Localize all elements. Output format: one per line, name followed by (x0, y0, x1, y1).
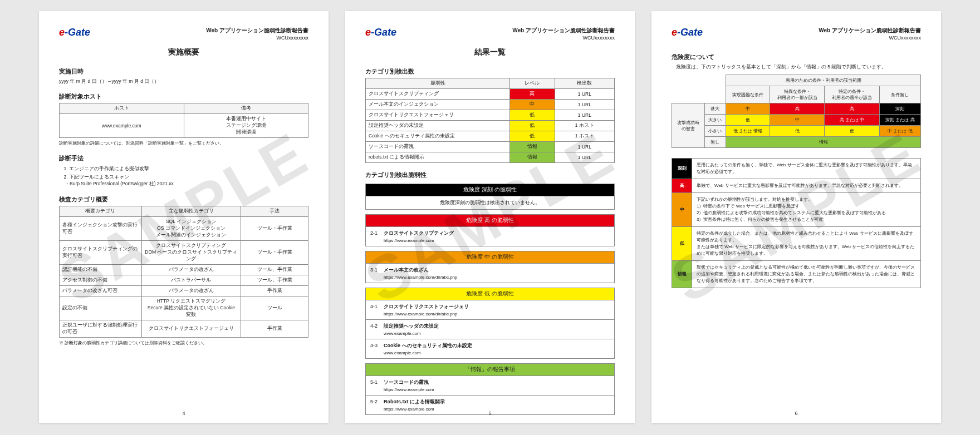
vuln-cell: robots.txt による情報開示 (366, 152, 510, 162)
matrix-cell: 深刻 (879, 103, 920, 115)
list-item: 下記ツールによるスキャン (69, 173, 308, 181)
document-id: WCUxxxxxxxx (819, 34, 921, 42)
target-hosts-heading: 診断対象ホスト (59, 92, 308, 101)
note-cell: 本番運用中サイトステージング環境開発環境 (184, 114, 308, 138)
level-label: 中 (672, 193, 692, 227)
level-cell: 低 (510, 120, 555, 131)
finding-url: www.example.com (384, 331, 610, 336)
table-row: 無し情報 (672, 137, 921, 148)
finding-url: https://www.example.com (384, 238, 610, 243)
level-description: 下記いずれかの脆弱性が該当します。対処を推奨します。1）特定の条件下で Web … (692, 193, 921, 227)
matrix-row-header: 小さい (704, 126, 726, 137)
matrix-cell: 中 (726, 103, 770, 115)
level-label: 低 (672, 227, 692, 261)
severity-block: 危険度 高 の脆弱性2-1クロスサイトスクリプティングhttps://www.e… (365, 214, 615, 246)
matrix-cell: 高 (770, 103, 825, 115)
count-cell: 1 URL (555, 141, 614, 152)
matrix-col-header: 特定の条件・利用者の過半が該当 (825, 86, 880, 103)
cat-c: ツール、手作業 (241, 275, 308, 286)
level-cell: 情報 (510, 141, 555, 152)
table-row: 中下記いずれかの脆弱性が該当します。対処を推奨します。1）特定の条件下で Web… (672, 193, 921, 227)
page-number: 5 (488, 411, 491, 416)
target-hosts-table: ホスト備考 www.example.com本番運用中サイトステージング環境開発環… (59, 103, 308, 138)
matrix-cell: 低 または 情報 (726, 126, 770, 137)
severity-block: 「情報」の報告事項5-1ソースコードの露洩https://www.example… (365, 363, 615, 415)
page-spread: SAMPLE e-Gate Web アプリケーション脆弱性診断報告書 WCUxx… (0, 0, 980, 434)
vuln-cell: クロスサイトスクリプティング (366, 88, 510, 99)
document-id: WCUxxxxxxxx (512, 34, 615, 42)
count-cell: 1 ホスト (555, 131, 614, 141)
section-title: 結果一覧 (365, 47, 615, 57)
document-title: Web アプリケーション脆弱性診断報告書 (819, 27, 921, 34)
findings-heading: カテゴリ別検出脆弱性 (365, 171, 615, 179)
severity-banner: 危険度 深刻 の脆弱性 (365, 184, 615, 196)
finding-title: メール本文の改ざん (384, 267, 429, 273)
finding-row: 5-1ソースコードの露洩https://www.example.com (365, 376, 615, 396)
findings-list: 危険度 深刻 の脆弱性危険度深刻の脆弱性は検出されていません。危険度 高 の脆弱… (365, 184, 615, 415)
risk-level-descriptions: 深刻悪用にあたっての条件も無く、単独で、Web サービス全体に重大な悪影響を及ぼ… (672, 158, 921, 288)
cat-c: ツール・手作業 (241, 217, 308, 241)
category-summary-heading: 検査カテゴリ概要 (59, 195, 308, 204)
matrix-title: 悪用のための条件・利用者の該当範囲 (726, 75, 921, 86)
th-cat-c: 手法 (241, 206, 308, 217)
finding-number: 4-3 (370, 343, 384, 348)
risk-about-heading: 危険度について (672, 53, 921, 61)
finding-title: Robots.txt による情報開示 (384, 399, 445, 404)
vuln-cell: メール本文のインジェクション (366, 99, 510, 110)
th-note: 備考 (184, 103, 308, 114)
page-header: e-Gate Web アプリケーション脆弱性診断報告書 WCUxxxxxxxx (365, 27, 615, 42)
matrix-cell: 高 (825, 103, 880, 115)
method-list: エンジニアの手作業による擬似攻撃下記ツールによるスキャン (59, 165, 308, 181)
matrix-col-header: 条件無し (879, 86, 920, 103)
table-row: パラメータの改ざん可否パラメータの改ざん手作業 (60, 286, 308, 296)
page-number: 4 (182, 411, 185, 416)
finding-url: www.example.com (384, 350, 610, 355)
matrix-cell: 中 (770, 115, 825, 126)
level-cell: 中 (510, 99, 555, 110)
matrix-cell: 中 または 低 (879, 126, 920, 137)
page-number: 6 (795, 411, 797, 416)
doc-title-block: Web アプリケーション脆弱性診断報告書 WCUxxxxxxxx (206, 27, 308, 42)
cat-c: ツール、手作業 (241, 265, 308, 275)
cat-b: SQL インジェクションOS コマンドインジェクションメール関連のインジェクショ… (141, 217, 241, 241)
logo: e-Gate (59, 27, 90, 38)
matrix-col-header: 実現困難な条件 (726, 86, 770, 103)
cat-c: 手作業 (241, 286, 308, 296)
method-tool-list: Burp Suite Professional (PortSwigger 社) … (59, 181, 308, 187)
category-summary-table: 概要カテゴリ 主な脆弱性カテゴリ 手法 各種インジェクション攻撃の実行可否SQL… (59, 206, 308, 338)
hosts-note: 診断実施対象の詳細については、別添資料「診断実施対象一覧」をご覧ください。 (59, 140, 308, 146)
cat-b: パストラバーサル (141, 275, 241, 286)
table-row: www.example.com本番運用中サイトステージング環境開発環境 (60, 114, 308, 138)
severity-banner: 「情報」の報告事項 (365, 363, 615, 376)
page-header: e-Gate Web アプリケーション脆弱性診断報告書 WCUxxxxxxxx (672, 27, 921, 42)
matrix-cell: 情報 (726, 137, 921, 148)
document-title: Web アプリケーション脆弱性診断報告書 (512, 27, 615, 34)
level-description: 特定の条件が成立した場合、または、他の脆弱性と組み合わせることにより Web サ… (692, 227, 921, 261)
th-count: 検出数 (555, 78, 614, 88)
count-cell: 1 URL (555, 152, 614, 162)
level-description: 現状ではセキュリティ上の脅威となる可能性が極めて低いか可能性が判断し難い事項です… (692, 261, 921, 288)
vuln-cell: Cookie へのセキュリティ属性の未設定 (366, 131, 510, 141)
table-row: 大きい低中高 または 中深刻 または 高 (672, 115, 921, 126)
matrix-cell: 低 (770, 126, 825, 137)
finding-number: 4-1 (370, 304, 384, 309)
level-label: 情報 (672, 261, 692, 288)
table-row: 設定の不備HTTP リクエストスマグリングSecure 属性の設定されていない … (60, 296, 308, 320)
empty-message: 危険度深刻の脆弱性は検出されていません。 (365, 196, 615, 210)
doc-title-block: Web アプリケーション脆弱性診断報告書 WCUxxxxxxxx (819, 27, 921, 42)
impl-date-value: yyyy 年 m 月 d 日（）～yyyy 年 m 月 d 日（） (59, 78, 308, 85)
finding-number: 2-1 (370, 230, 384, 236)
finding-number: 5-2 (370, 399, 384, 404)
severity-block: 危険度 低 の脆弱性4-1クロスサイトリクエストフォージェリhttps://ww… (365, 288, 615, 359)
severity-banner: 危険度 低 の脆弱性 (365, 288, 615, 300)
table-row: 深刻悪用にあたっての条件も無く、単独で、Web サービス全体に重大な悪影響を及ぼ… (672, 159, 921, 179)
count-cell: 1 URL (555, 99, 614, 110)
matrix-cell: 低 (726, 115, 770, 126)
finding-url: https://www.example.com/dir/abc.php (384, 312, 610, 317)
category-note: ※ 診断対象の脆弱性カテゴリ詳細については別添資料をご確認ください。 (59, 340, 308, 346)
catcount-table: 脆弱性 レベル 検出数 クロスサイトスクリプティング高1 URLメール本文のイン… (365, 78, 615, 163)
section-title: 実施概要 (59, 47, 308, 57)
list-item: エンジニアの手作業による擬似攻撃 (69, 165, 308, 172)
finding-title: ソースコードの露洩 (384, 379, 429, 385)
matrix-cell: 低 (825, 126, 880, 137)
